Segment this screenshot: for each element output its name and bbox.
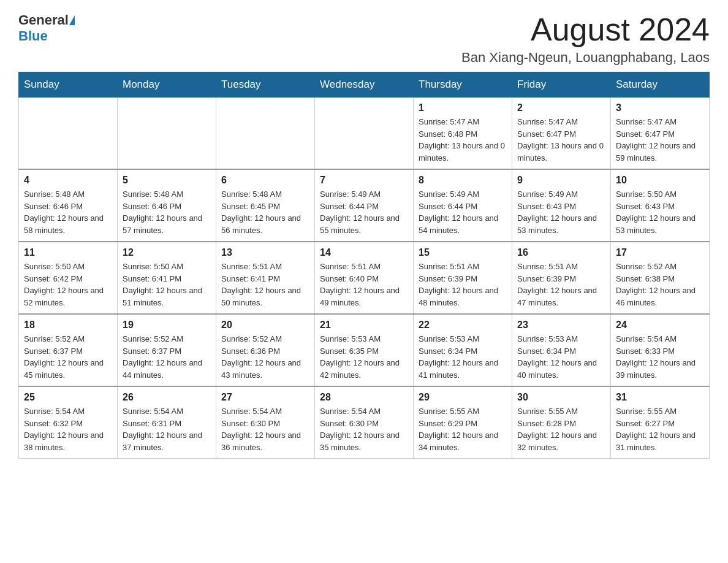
day-number: 16 xyxy=(517,247,605,258)
table-row: 1Sunrise: 5:47 AMSunset: 6:48 PMDaylight… xyxy=(414,98,512,170)
day-number: 19 xyxy=(123,320,211,331)
day-info: Sunrise: 5:53 AMSunset: 6:34 PMDaylight:… xyxy=(517,333,605,381)
day-info: Sunrise: 5:48 AMSunset: 6:45 PMDaylight:… xyxy=(221,188,309,236)
day-number: 28 xyxy=(320,392,408,403)
table-row: 13Sunrise: 5:51 AMSunset: 6:41 PMDayligh… xyxy=(216,242,315,314)
day-number: 26 xyxy=(123,392,211,403)
table-row: 17Sunrise: 5:52 AMSunset: 6:38 PMDayligh… xyxy=(611,242,710,314)
table-row: 5Sunrise: 5:48 AMSunset: 6:46 PMDaylight… xyxy=(118,169,216,242)
day-info: Sunrise: 5:48 AMSunset: 6:46 PMDaylight:… xyxy=(24,188,112,236)
day-number: 1 xyxy=(419,102,507,113)
table-row: 10Sunrise: 5:50 AMSunset: 6:43 PMDayligh… xyxy=(611,169,710,242)
day-number: 27 xyxy=(221,392,309,403)
day-info: Sunrise: 5:51 AMSunset: 6:39 PMDaylight:… xyxy=(419,261,507,308)
day-number: 18 xyxy=(24,320,112,331)
day-info: Sunrise: 5:51 AMSunset: 6:40 PMDaylight:… xyxy=(320,261,408,308)
day-number: 12 xyxy=(123,247,211,258)
day-info: Sunrise: 5:47 AMSunset: 6:47 PMDaylight:… xyxy=(616,116,704,164)
day-number: 20 xyxy=(221,320,309,331)
table-row: 26Sunrise: 5:54 AMSunset: 6:31 PMDayligh… xyxy=(118,386,216,459)
col-sunday: Sunday xyxy=(19,72,118,98)
table-row: 4Sunrise: 5:48 AMSunset: 6:46 PMDaylight… xyxy=(19,169,118,242)
table-row: 3Sunrise: 5:47 AMSunset: 6:47 PMDaylight… xyxy=(611,98,710,170)
day-info: Sunrise: 5:48 AMSunset: 6:46 PMDaylight:… xyxy=(123,188,211,236)
day-number: 15 xyxy=(419,247,507,258)
location-subtitle: Ban Xiang-Ngeun, Louangphabang, Laos xyxy=(461,50,710,66)
day-number: 9 xyxy=(517,175,605,186)
table-row: 22Sunrise: 5:53 AMSunset: 6:34 PMDayligh… xyxy=(414,314,512,386)
day-info: Sunrise: 5:50 AMSunset: 6:43 PMDaylight:… xyxy=(616,188,704,236)
title-block: August 2024 Ban Xiang-Ngeun, Louangphaba… xyxy=(461,12,710,66)
day-info: Sunrise: 5:50 AMSunset: 6:41 PMDaylight:… xyxy=(123,261,211,308)
day-info: Sunrise: 5:49 AMSunset: 6:43 PMDaylight:… xyxy=(517,188,605,236)
table-row: 31Sunrise: 5:55 AMSunset: 6:27 PMDayligh… xyxy=(611,386,710,459)
calendar-table: Sunday Monday Tuesday Wednesday Thursday… xyxy=(18,72,710,459)
month-year-title: August 2024 xyxy=(461,12,710,47)
table-row: 12Sunrise: 5:50 AMSunset: 6:41 PMDayligh… xyxy=(118,242,216,314)
day-number: 21 xyxy=(320,320,408,331)
table-row: 8Sunrise: 5:49 AMSunset: 6:44 PMDaylight… xyxy=(414,169,512,242)
col-thursday: Thursday xyxy=(414,72,512,98)
logo-text-general: General xyxy=(18,12,69,28)
day-number: 14 xyxy=(320,247,408,258)
page-header: General Blue August 2024 Ban Xiang-Ngeun… xyxy=(18,12,710,66)
day-number: 30 xyxy=(517,392,605,403)
table-row: 24Sunrise: 5:54 AMSunset: 6:33 PMDayligh… xyxy=(611,314,710,386)
table-row xyxy=(19,98,118,170)
day-number: 17 xyxy=(616,247,704,258)
calendar-week-row: 1Sunrise: 5:47 AMSunset: 6:48 PMDaylight… xyxy=(19,98,710,170)
day-info: Sunrise: 5:52 AMSunset: 6:37 PMDaylight:… xyxy=(24,333,112,381)
day-number: 3 xyxy=(616,102,704,113)
day-number: 4 xyxy=(24,175,112,186)
table-row: 19Sunrise: 5:52 AMSunset: 6:37 PMDayligh… xyxy=(118,314,216,386)
day-number: 10 xyxy=(616,175,704,186)
table-row: 25Sunrise: 5:54 AMSunset: 6:32 PMDayligh… xyxy=(19,386,118,459)
day-info: Sunrise: 5:49 AMSunset: 6:44 PMDaylight:… xyxy=(320,188,408,236)
col-monday: Monday xyxy=(118,72,216,98)
day-info: Sunrise: 5:51 AMSunset: 6:41 PMDaylight:… xyxy=(221,261,309,308)
table-row: 11Sunrise: 5:50 AMSunset: 6:42 PMDayligh… xyxy=(19,242,118,314)
table-row: 28Sunrise: 5:54 AMSunset: 6:30 PMDayligh… xyxy=(315,386,414,459)
calendar-week-row: 25Sunrise: 5:54 AMSunset: 6:32 PMDayligh… xyxy=(19,386,710,459)
logo: General Blue xyxy=(18,12,75,44)
day-info: Sunrise: 5:52 AMSunset: 6:37 PMDaylight:… xyxy=(123,333,211,381)
day-number: 6 xyxy=(221,175,309,186)
day-info: Sunrise: 5:54 AMSunset: 6:31 PMDaylight:… xyxy=(123,405,211,453)
day-info: Sunrise: 5:54 AMSunset: 6:30 PMDaylight:… xyxy=(320,405,408,453)
table-row: 27Sunrise: 5:54 AMSunset: 6:30 PMDayligh… xyxy=(216,386,315,459)
day-info: Sunrise: 5:52 AMSunset: 6:38 PMDaylight:… xyxy=(616,261,704,308)
table-row: 15Sunrise: 5:51 AMSunset: 6:39 PMDayligh… xyxy=(414,242,512,314)
day-number: 11 xyxy=(24,247,112,258)
col-friday: Friday xyxy=(512,72,611,98)
day-info: Sunrise: 5:54 AMSunset: 6:30 PMDaylight:… xyxy=(221,405,309,453)
table-row: 6Sunrise: 5:48 AMSunset: 6:45 PMDaylight… xyxy=(216,169,315,242)
table-row: 21Sunrise: 5:53 AMSunset: 6:35 PMDayligh… xyxy=(315,314,414,386)
day-info: Sunrise: 5:47 AMSunset: 6:47 PMDaylight:… xyxy=(517,116,605,164)
day-info: Sunrise: 5:52 AMSunset: 6:36 PMDaylight:… xyxy=(221,333,309,381)
logo-text-blue: Blue xyxy=(18,28,48,44)
table-row: 9Sunrise: 5:49 AMSunset: 6:43 PMDaylight… xyxy=(512,169,611,242)
day-info: Sunrise: 5:51 AMSunset: 6:39 PMDaylight:… xyxy=(517,261,605,308)
table-row: 14Sunrise: 5:51 AMSunset: 6:40 PMDayligh… xyxy=(315,242,414,314)
day-info: Sunrise: 5:55 AMSunset: 6:27 PMDaylight:… xyxy=(616,405,704,453)
col-saturday: Saturday xyxy=(611,72,710,98)
logo-arrow-icon xyxy=(69,15,75,25)
day-number: 13 xyxy=(221,247,309,258)
table-row: 18Sunrise: 5:52 AMSunset: 6:37 PMDayligh… xyxy=(19,314,118,386)
day-info: Sunrise: 5:54 AMSunset: 6:32 PMDaylight:… xyxy=(24,405,112,453)
col-tuesday: Tuesday xyxy=(216,72,315,98)
day-number: 7 xyxy=(320,175,408,186)
table-row: 23Sunrise: 5:53 AMSunset: 6:34 PMDayligh… xyxy=(512,314,611,386)
calendar-week-row: 4Sunrise: 5:48 AMSunset: 6:46 PMDaylight… xyxy=(19,169,710,242)
day-info: Sunrise: 5:54 AMSunset: 6:33 PMDaylight:… xyxy=(616,333,704,381)
calendar-week-row: 11Sunrise: 5:50 AMSunset: 6:42 PMDayligh… xyxy=(19,242,710,314)
day-number: 25 xyxy=(24,392,112,403)
day-info: Sunrise: 5:55 AMSunset: 6:28 PMDaylight:… xyxy=(517,405,605,453)
table-row xyxy=(118,98,216,170)
day-number: 2 xyxy=(517,102,605,113)
table-row: 30Sunrise: 5:55 AMSunset: 6:28 PMDayligh… xyxy=(512,386,611,459)
table-row xyxy=(315,98,414,170)
day-info: Sunrise: 5:53 AMSunset: 6:34 PMDaylight:… xyxy=(419,333,507,381)
day-number: 8 xyxy=(419,175,507,186)
calendar-header-row: Sunday Monday Tuesday Wednesday Thursday… xyxy=(19,72,710,98)
